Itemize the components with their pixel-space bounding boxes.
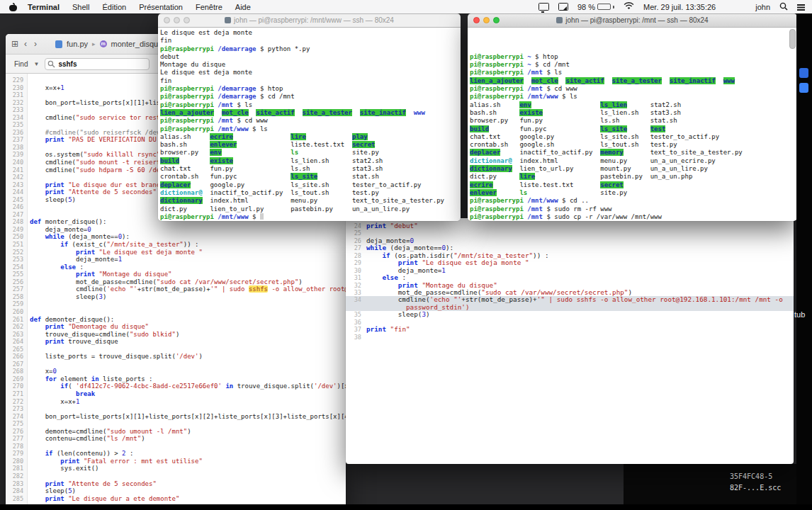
code-token: "ls /mnt" [106, 435, 141, 442]
close-button[interactable] [164, 17, 170, 23]
code-token: "/mnt/site_a_tester" [106, 241, 183, 248]
code-token: '/dev' [314, 382, 337, 390]
code-token: pi@raspberrypi [470, 53, 524, 60]
code-token: '/dev' [176, 353, 199, 360]
line-number: 248 [6, 218, 30, 226]
close-button[interactable] [473, 17, 480, 23]
terminal-line: enlever ls site.py [470, 189, 797, 197]
background-window-fragment: 35F4FC48-5 82F-...E.scc [624, 464, 812, 510]
menu-item-fenêtre[interactable]: Fenêtre [189, 3, 229, 11]
search-input[interactable] [45, 58, 150, 70]
battery-indicator[interactable]: 98 % [577, 3, 614, 11]
code-token: chat.txt google.py ls_site.sh tester_to_… [470, 133, 719, 140]
menu-item-terminal[interactable]: Terminal [21, 3, 66, 11]
code-token: /mnt/www [218, 213, 248, 220]
code-window[interactable]: 24print "debut"2526deja_monte=027while (… [346, 218, 794, 464]
code-token: inactif_to_actif.py ls_tout.sh test.py [203, 189, 379, 196]
menu-item-aide[interactable]: Aide [229, 3, 257, 11]
code-token: secret [352, 141, 376, 148]
code-token: google.py ls_site.sh tester_to_actif.py [191, 181, 421, 188]
breadcrumb-symbol[interactable]: monter_disque [111, 40, 163, 48]
code-token: '" | sudo [210, 285, 249, 293]
code-token: sleep( [30, 293, 99, 300]
menubar-user[interactable]: john [755, 3, 770, 11]
terminal-titlebar[interactable]: john — pi@raspberrypi: /mnt/www — ssh — … [158, 13, 461, 28]
code-token: else [382, 273, 397, 281]
menu-item-présentation[interactable]: Présentation [132, 3, 189, 11]
wifi-icon[interactable] [624, 2, 634, 11]
chevron-down-icon[interactable]: ▼ [33, 61, 39, 67]
terminal-content[interactable]: Le disque est deja montefinpi@raspberryp… [158, 28, 461, 221]
back-button[interactable]: ‹ [23, 40, 28, 48]
editor-line: 271 break [6, 390, 346, 398]
code-token: '" | sudo sshfs -o allow_other root@192.… [537, 295, 783, 303]
terminal-window-mnt: john — pi@raspberrypi: /mnt — ssh — 80x2… [468, 13, 797, 221]
editor-line: 256 mot_de_passe=cmdline("sudo cat /var/… [6, 278, 346, 286]
scrollbar-thumb[interactable] [789, 29, 796, 49]
menu-item-édition[interactable]: Édition [96, 3, 133, 11]
code-token: x=x+ [30, 84, 60, 91]
notification-center-icon[interactable] [797, 4, 805, 6]
menubar-clock[interactable]: Mer. 29 juil. 13:35:26 [643, 3, 716, 11]
code-token: sleep( [366, 310, 422, 318]
screen-mirroring-icon[interactable] [558, 3, 568, 11]
line-number: 256 [6, 278, 30, 286]
spotlight-icon[interactable] [779, 2, 788, 12]
code-token: liste_ports : [99, 375, 153, 382]
code-token: pi@raspberrypi [470, 213, 524, 220]
breadcrumb-file[interactable]: fun.py [67, 40, 88, 48]
line-number: 258 [6, 293, 30, 301]
code-token: 1 [118, 256, 122, 263]
window-controls [164, 17, 190, 23]
file-browser-icon[interactable]: ⊞ [11, 39, 18, 49]
code-token: crontab.sh fun.pyc [160, 173, 291, 180]
code-token: "Le disque dur est branche" [68, 181, 171, 188]
code-token [295, 109, 303, 116]
code-token: pi@raspberrypi [470, 205, 524, 212]
code-token [531, 101, 601, 108]
display-icon[interactable] [538, 3, 549, 11]
code-token [30, 458, 60, 465]
terminal-line: ecrire liste.test.txt secret [470, 181, 797, 189]
code-token: /mnt/www [527, 93, 558, 100]
search-box [45, 58, 150, 70]
terminal-line: bash.sh existe ls_lien.sh stat3.sh [470, 109, 797, 117]
code-token [366, 281, 398, 289]
code-token: memory [600, 149, 624, 156]
apple-icon[interactable] [9, 3, 17, 11]
line-number: 250 [6, 233, 30, 241]
zoom-button[interactable] [493, 17, 500, 23]
code-token [716, 77, 723, 84]
code-token [30, 495, 45, 502]
forward-button[interactable]: › [33, 40, 38, 48]
code-token: 1 [76, 398, 79, 405]
code-token: cmdline( [30, 114, 76, 121]
line-number: 254 [6, 264, 30, 271]
minimize-button[interactable] [174, 17, 180, 23]
zoom-button[interactable] [184, 17, 190, 23]
find-label[interactable]: Find [14, 60, 28, 68]
editor-line: 252 print "Le disque est deja monte " [6, 249, 346, 256]
code-token: index.html menu.py un_a_un_ecrire.py [512, 157, 716, 164]
code-token: ls [519, 189, 527, 196]
editor-line: 270 if( 'df412c7c-9062-4cbc-8add-ce2517e… [6, 382, 346, 390]
code-token [306, 133, 352, 140]
line-number: 272 [6, 398, 30, 406]
minimize-button[interactable] [483, 17, 490, 23]
terminal-content[interactable]: pi@raspberrypi ~ $ htoppi@raspberrypi ~ … [468, 28, 797, 221]
menu-item-shell[interactable]: Shell [66, 3, 96, 11]
terminal-titlebar[interactable]: john — pi@raspberrypi: /mnt — ssh — 80x2… [468, 13, 797, 28]
code-token: site.py [527, 189, 627, 196]
terminal-icon [556, 17, 563, 23]
editor-line: 259 [6, 300, 346, 308]
line-number: 29 [346, 259, 366, 266]
code-token: /demarrage [218, 85, 256, 92]
code-token [30, 264, 60, 271]
code-token: liste.test.txt [237, 141, 352, 148]
code-token: bash.sh [160, 141, 210, 148]
code-token: -o allow_other root@192.168.1.101:/mnt /… [268, 285, 346, 293]
code-token [524, 77, 531, 84]
code-token: ) [426, 310, 430, 318]
code-token: site_actif [256, 109, 294, 116]
code-token: def [30, 218, 41, 225]
